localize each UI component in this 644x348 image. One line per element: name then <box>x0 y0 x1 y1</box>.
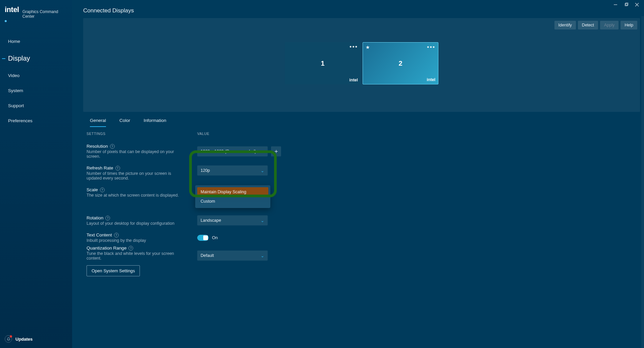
help-icon[interactable]: ? <box>105 216 110 220</box>
plus-icon: ＋ <box>273 147 279 155</box>
intel-logo: intel <box>5 5 20 23</box>
column-header-value: VALUE <box>197 132 298 137</box>
monitor-1[interactable]: ••• 1 intel <box>285 42 361 84</box>
setting-text-content: Text Content ? Inbuilt processing by the… <box>87 232 197 243</box>
refresh-select[interactable]: 120p ⌄ <box>197 165 268 176</box>
refresh-value: 120p <box>201 168 210 173</box>
tab-general[interactable]: General <box>90 118 106 127</box>
chevron-down-icon: ⌄ <box>261 168 264 173</box>
app-name: Graphics Command Center <box>22 9 67 19</box>
add-resolution-button[interactable]: ＋ <box>271 146 281 156</box>
scale-desc: The size at which the screen content is … <box>87 193 187 198</box>
brand-block: intel Graphics Command Center <box>0 0 72 36</box>
nav-item-video[interactable]: Video <box>0 70 72 81</box>
settings-grid: SETTINGS VALUE Resolution ? Number of pi… <box>83 127 503 261</box>
rotation-desc: Layout of your desktop for display confi… <box>87 221 187 226</box>
text-content-state: On <box>212 235 218 240</box>
open-system-settings-button[interactable]: Open System Settings <box>87 265 140 272</box>
resolution-desc: Number of pixels that can be displayed o… <box>87 149 187 159</box>
nav-item-preferences[interactable]: Preferences <box>0 116 72 126</box>
monitor-1-brand: intel <box>349 78 358 82</box>
quant-desc: Tune the black and white levels for your… <box>87 251 187 261</box>
refresh-label: Refresh Rate <box>87 165 113 170</box>
quant-label: Quantization Range <box>87 246 126 251</box>
help-icon[interactable]: ? <box>128 246 133 251</box>
quantization-value: Default <box>201 253 214 258</box>
nav-item-home[interactable]: Home <box>0 36 72 47</box>
monitor-1-number: 1 <box>321 60 324 67</box>
chevron-down-icon: ⌄ <box>261 218 264 223</box>
tab-information[interactable]: Information <box>144 118 166 127</box>
primary-star-icon: ★ <box>366 45 370 50</box>
monitor-2-number: 2 <box>398 60 402 67</box>
refresh-desc: Number of times the picture on your scre… <box>87 171 187 181</box>
chevron-down-icon: ⌄ <box>261 253 264 258</box>
resolution-value: 1920 x 1080 (Recommended) <box>201 149 256 154</box>
rotation-select[interactable]: Landscape ⌄ <box>197 215 268 225</box>
rotation-value: Landscape <box>201 218 221 223</box>
nav-item-support[interactable]: Support <box>0 100 72 111</box>
monitor-2-brand: intel <box>427 77 435 82</box>
nav-item-display[interactable]: Display <box>0 51 72 66</box>
help-icon[interactable]: ? <box>100 188 105 192</box>
text-content-label: Text Content <box>87 232 112 237</box>
monitor-2[interactable]: ★ ••• 2 intel <box>363 42 438 84</box>
setting-scale: Scale ? The size at which the screen con… <box>87 187 197 209</box>
tab-color[interactable]: Color <box>119 118 130 127</box>
rotation-label: Rotation <box>87 215 103 220</box>
help-icon[interactable]: ? <box>114 233 119 237</box>
quantization-select[interactable]: Default ⌄ <box>197 251 268 261</box>
monitor-2-more-icon[interactable]: ••• <box>427 44 435 51</box>
settings-tabs: General Color Information <box>83 112 503 127</box>
help-icon[interactable]: ? <box>110 144 115 149</box>
connected-displays-panel: Identify Detect Apply Help ••• 1 intel ★… <box>83 18 503 112</box>
setting-rotation: Rotation ? Layout of your desktop for di… <box>87 215 197 226</box>
scale-option-custom[interactable]: Custom <box>197 197 268 206</box>
column-header-settings: SETTINGS <box>87 132 197 137</box>
help-icon[interactable]: ? <box>115 166 120 170</box>
setting-refresh-rate: Refresh Rate ? Number of times the pictu… <box>87 165 197 181</box>
resolution-label: Resolution <box>87 144 108 149</box>
scale-label: Scale <box>87 187 98 192</box>
text-content-toggle[interactable] <box>197 235 209 241</box>
chevron-down-icon: ⌄ <box>261 149 264 154</box>
sidebar: intel Graphics Command Center Home Displ… <box>0 0 72 272</box>
scale-dropdown-open: Maintain Display Scaling Custom <box>195 185 270 208</box>
nav-item-system[interactable]: System <box>0 85 72 96</box>
setting-quantization-range: Quantization Range ? Tune the black and … <box>87 246 197 261</box>
nav: Home Display Video System Support Prefer… <box>0 36 72 126</box>
setting-resolution: Resolution ? Number of pixels that can b… <box>87 144 197 159</box>
page-title: Connected Displays <box>83 0 503 18</box>
monitor-1-more-icon[interactable]: ••• <box>350 44 358 51</box>
text-content-desc: Inbuilt processing by the display <box>87 238 187 243</box>
scale-option-maintain[interactable]: Maintain Display Scaling <box>197 187 268 197</box>
resolution-select[interactable]: 1920 x 1080 (Recommended) ⌄ <box>197 146 268 156</box>
